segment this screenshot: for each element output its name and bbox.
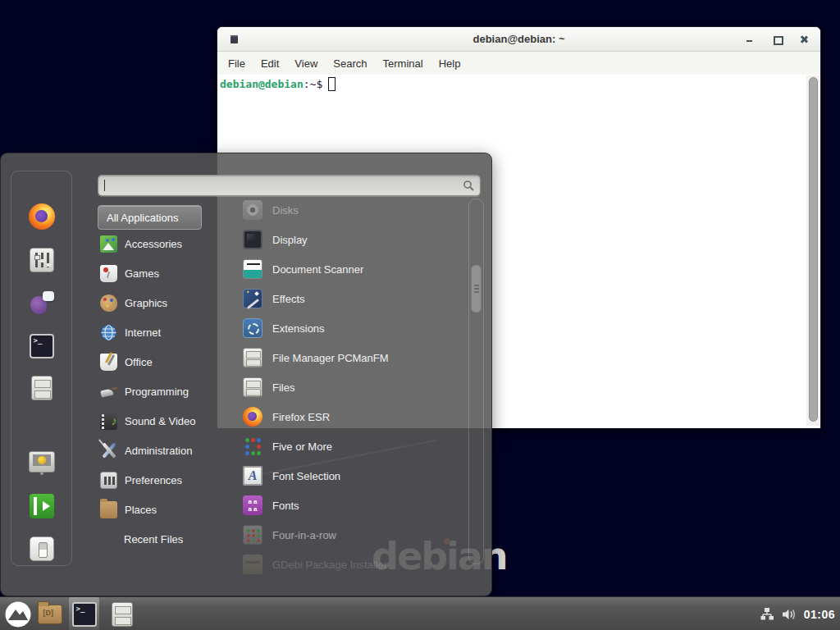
menu-search[interactable]: Search	[333, 57, 367, 70]
minimize-icon[interactable]	[745, 34, 755, 44]
category-administration[interactable]: Administration	[98, 436, 218, 465]
accessories-icon	[100, 235, 117, 253]
firefox-icon	[243, 407, 262, 427]
terminal-title: debian@debian: ~	[473, 33, 565, 45]
file-cabinet-icon	[31, 376, 52, 400]
prompt-path: :~$	[304, 78, 322, 90]
app-file-manager-pcmanfm[interactable]: File Manager PCManFM	[218, 343, 464, 372]
document-scanner-icon	[243, 259, 262, 279]
app-gdebi-package-installer[interactable]: GDebi Package Installer	[218, 550, 464, 579]
extensions-icon	[243, 318, 262, 338]
close-icon[interactable]	[799, 34, 809, 44]
clock[interactable]: 01:06	[804, 608, 835, 621]
category-sound-video[interactable]: Sound & Video	[98, 406, 218, 436]
pidgin-icon	[30, 291, 54, 316]
network-icon[interactable]	[760, 607, 774, 621]
display-icon	[243, 230, 262, 249]
terminal-scrollbar-handle[interactable]	[809, 77, 818, 422]
terminal-scrollbar[interactable]	[806, 75, 819, 426]
category-games[interactable]: Games	[98, 258, 218, 288]
app-files[interactable]: Files	[218, 372, 464, 402]
window-controls	[745, 27, 809, 52]
gdebi-icon	[243, 555, 262, 574]
logout-icon	[30, 494, 54, 518]
maximize-icon[interactable]	[772, 34, 782, 44]
favorite-pidgin[interactable]	[28, 290, 56, 317]
programming-icon	[100, 383, 117, 400]
menu-view[interactable]: View	[294, 57, 317, 70]
games-icon	[100, 265, 117, 282]
file-cabinet-icon	[243, 377, 262, 397]
favorite-control-center[interactable]	[28, 246, 56, 274]
taskbar-terminal-button[interactable]	[69, 597, 99, 630]
app-disks[interactable]: Disks	[218, 195, 464, 225]
app-document-scanner[interactable]: Document Scanner	[218, 254, 464, 284]
app-display[interactable]: Display	[218, 225, 464, 254]
disks-icon	[243, 200, 262, 220]
menu-scrollbar[interactable]	[468, 199, 484, 564]
category-programming[interactable]: Programming	[98, 377, 218, 406]
shell-prompt: debian@debian :~$	[220, 77, 336, 91]
four-in-a-row-icon	[243, 525, 262, 545]
terminal-app-icon	[231, 35, 238, 43]
app-four-in-a-row[interactable]: Four-in-a-row	[218, 520, 464, 550]
search-icon	[463, 180, 474, 191]
menu-scrollbar-handle[interactable]	[471, 265, 482, 313]
administration-icon	[100, 442, 117, 459]
favorite-screensaver[interactable]	[28, 450, 56, 477]
app-fonts[interactable]: Fonts	[218, 491, 464, 520]
filter-all-applications[interactable]: All Applications	[98, 205, 202, 230]
menu-search-box[interactable]	[98, 175, 481, 196]
app-font-selection[interactable]: Font Selection	[218, 461, 464, 491]
firefox-icon	[29, 203, 55, 230]
folder-icon	[38, 605, 62, 624]
search-input[interactable]	[105, 176, 463, 195]
favorite-logout[interactable]	[28, 492, 56, 520]
file-cabinet-icon	[243, 348, 262, 368]
effects-icon	[243, 289, 262, 308]
category-places[interactable]: Places	[98, 495, 218, 524]
menu-file[interactable]: File	[228, 57, 245, 70]
internet-icon	[100, 324, 117, 341]
preferences-icon	[100, 472, 117, 489]
favorite-terminal[interactable]	[28, 332, 56, 360]
favorite-firefox[interactable]	[28, 203, 56, 231]
terminal-titlebar[interactable]: debian@debian: ~	[217, 27, 820, 52]
menu-button[interactable]	[2, 599, 33, 629]
terminal-menubar: File Edit View Search Terminal Help	[217, 52, 820, 75]
app-extensions[interactable]: Extensions	[218, 313, 464, 343]
taskbar-file-manager-button[interactable]	[34, 599, 65, 629]
app-five-or-more[interactable]: Five or More	[218, 431, 464, 461]
category-list: Accessories Games Graphics Internet Offi…	[98, 229, 218, 554]
volume-icon[interactable]	[782, 608, 797, 621]
terminal-icon	[72, 602, 97, 627]
system-tray: 01:06	[760, 597, 835, 630]
category-office[interactable]: Office	[98, 347, 218, 377]
menu-help[interactable]: Help	[439, 57, 461, 70]
application-list: Disks Display Document Scanner Effects E…	[218, 195, 464, 579]
favorite-shutdown[interactable]	[28, 535, 56, 563]
category-graphics[interactable]: Graphics	[98, 288, 218, 317]
category-accessories[interactable]: Accessories	[98, 229, 218, 258]
category-recent-files[interactable]: Recent Files	[98, 524, 218, 554]
prompt-user-host: debian@debian	[220, 78, 304, 90]
office-icon	[100, 354, 117, 371]
menu-mountain-icon	[4, 600, 32, 628]
menu-edit[interactable]: Edit	[261, 57, 279, 70]
category-internet[interactable]: Internet	[98, 317, 218, 347]
all-applications-label: All Applications	[107, 212, 178, 224]
fonts-icon	[243, 495, 262, 515]
favorites-panel	[11, 171, 72, 566]
menu-terminal[interactable]: Terminal	[383, 57, 423, 70]
app-firefox-esr[interactable]: Firefox ESR	[218, 402, 464, 431]
taskbar: 01:06	[0, 596, 840, 630]
app-effects[interactable]: Effects	[218, 284, 464, 313]
taskbar-files-button[interactable]	[107, 599, 137, 629]
terminal-cursor	[328, 77, 336, 91]
shutdown-icon	[30, 536, 54, 561]
control-center-icon	[30, 248, 54, 272]
favorite-file-manager[interactable]	[28, 374, 56, 402]
category-preferences[interactable]: Preferences	[98, 465, 218, 495]
places-icon	[100, 501, 117, 518]
five-or-more-icon	[243, 436, 262, 456]
